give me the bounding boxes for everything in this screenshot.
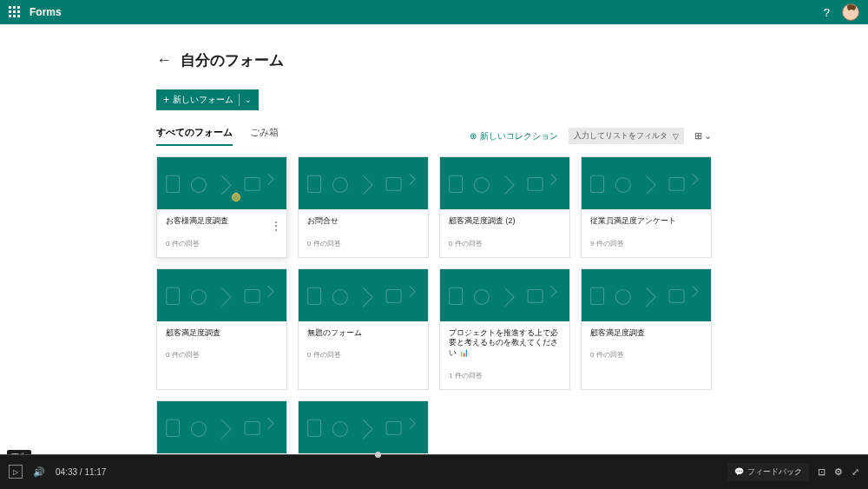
svg-point-16 <box>332 289 347 304</box>
progress-bar[interactable] <box>0 454 868 455</box>
form-card[interactable]: 顧客満足度調査 0 件の回答 <box>581 268 712 390</box>
svg-rect-14 <box>245 289 260 302</box>
main-content: ← 自分のフォーム + 新しいフォーム ⌄ すべてのフォーム ごみ箱 ⊕ 新しい… <box>0 24 868 454</box>
card-artwork <box>157 269 286 321</box>
card-title: 従業員満足度アンケート <box>590 216 702 227</box>
svg-rect-0 <box>167 175 180 192</box>
svg-rect-3 <box>308 175 321 192</box>
filter-input[interactable]: 入力してリストをフィルタ ▽ <box>569 128 684 144</box>
form-card[interactable]: プロジェクトを推進する上で必要と考えるものを教えてください 📊 1 件の回答 <box>439 268 570 390</box>
form-card[interactable]: 在宅タイムカード 7 件の回答 <box>156 400 287 454</box>
scrubber[interactable] <box>375 452 381 458</box>
card-response-count: 0 件の回答 <box>307 350 419 360</box>
play-button[interactable]: ▷ <box>9 465 23 479</box>
svg-rect-9 <box>591 175 604 192</box>
chat-icon: 💬 <box>734 467 744 476</box>
card-response-count: 0 件の回答 <box>449 239 561 248</box>
card-title: 無題のフォーム <box>307 328 419 339</box>
tab-trash[interactable]: ごみ箱 <box>250 126 279 146</box>
form-card[interactable]: 無題のフォーム 0 件の回答 <box>298 268 429 390</box>
svg-rect-20 <box>528 289 542 302</box>
svg-rect-21 <box>591 287 604 304</box>
card-response-count: 1 件の回答 <box>449 371 561 380</box>
app-header: Forms ? <box>0 0 868 24</box>
new-form-label: 新しいフォーム <box>173 94 233 106</box>
form-grid: お客様満足度調査 0 件の回答 ⋮ お問合せ 0 件の回答 顧客満足度調査 (2… <box>156 156 712 454</box>
svg-rect-18 <box>450 287 463 304</box>
svg-rect-27 <box>308 420 321 436</box>
card-title: 顧客満足度調査 <box>590 328 702 339</box>
svg-rect-11 <box>669 177 684 190</box>
form-card[interactable]: お問合せ 0 件の回答 <box>298 156 429 258</box>
new-collection-button[interactable]: ⊕ 新しいコレクション <box>470 130 558 142</box>
fullscreen-icon[interactable]: ⤢ <box>852 466 859 478</box>
svg-point-25 <box>191 421 206 436</box>
svg-rect-15 <box>308 287 321 304</box>
card-title: 顧客満足度調査 <box>166 328 278 339</box>
feedback-button[interactable]: 💬 フィードバック <box>727 463 809 481</box>
form-card[interactable]: キックオフ 日程調整 4 件の回答 <box>298 400 429 454</box>
card-artwork <box>299 269 428 321</box>
card-response-count: 0 件の回答 <box>166 239 278 248</box>
card-artwork <box>157 401 286 453</box>
card-artwork <box>157 157 286 209</box>
card-artwork <box>299 157 428 209</box>
plus-icon: + <box>163 94 169 106</box>
tab-all-forms[interactable]: すべてのフォーム <box>156 126 233 146</box>
card-response-count: 0 件の回答 <box>166 350 278 360</box>
svg-rect-23 <box>669 289 684 302</box>
card-artwork <box>440 269 569 321</box>
back-arrow-icon[interactable]: ← <box>156 51 172 69</box>
svg-rect-2 <box>245 177 260 190</box>
svg-rect-24 <box>167 420 180 436</box>
card-artwork <box>582 157 711 209</box>
new-form-button[interactable]: + 新しいフォーム ⌄ <box>156 89 259 110</box>
page-title: 自分のフォーム <box>181 50 284 70</box>
time-display: 04:33 / 11:17 <box>56 467 106 477</box>
more-icon[interactable]: ⋮ <box>271 220 281 232</box>
svg-rect-5 <box>386 177 401 190</box>
card-artwork <box>440 157 569 209</box>
volume-icon[interactable]: 🔊 <box>33 466 45 478</box>
filter-icon: ▽ <box>673 132 679 141</box>
card-response-count: 0 件の回答 <box>307 239 419 248</box>
card-artwork <box>299 401 428 453</box>
form-card[interactable]: 顧客満足度調査 0 件の回答 <box>156 268 287 390</box>
card-title: プロジェクトを推進する上で必要と考えるものを教えてください 📊 <box>449 328 561 359</box>
help-button[interactable]: ? <box>824 6 830 19</box>
card-response-count: 9 件の回答 <box>590 239 702 248</box>
chevron-down-icon: ⌄ <box>704 130 712 142</box>
svg-point-28 <box>332 421 347 436</box>
card-response-count: 0 件の回答 <box>590 350 702 360</box>
svg-point-10 <box>615 177 630 192</box>
svg-rect-17 <box>386 289 401 302</box>
collection-icon: ⊕ <box>470 131 477 141</box>
app-launcher-icon[interactable] <box>9 6 21 18</box>
svg-point-19 <box>474 289 489 304</box>
svg-rect-8 <box>528 177 542 190</box>
view-toggle[interactable]: ⊞ ⌄ <box>694 130 712 142</box>
avatar[interactable] <box>842 3 859 21</box>
video-bar: ▷ 🔊 04:33 / 11:17 💬 フィードバック ⊡ ⚙ ⤢ <box>0 454 868 489</box>
svg-rect-29 <box>386 421 401 434</box>
svg-point-1 <box>191 177 206 192</box>
captions-icon[interactable]: ⊡ <box>818 466 825 478</box>
svg-rect-26 <box>245 421 260 434</box>
card-title: お客様満足度調査 <box>166 216 278 227</box>
card-title: お問合せ <box>307 216 419 227</box>
svg-point-22 <box>615 289 630 304</box>
svg-rect-12 <box>167 287 180 304</box>
form-card[interactable]: 従業員満足度アンケート 9 件の回答 <box>581 156 712 258</box>
svg-point-4 <box>332 177 347 192</box>
grid-icon: ⊞ <box>694 130 702 142</box>
svg-point-13 <box>191 289 206 304</box>
svg-rect-6 <box>450 175 463 192</box>
form-card[interactable]: 顧客満足度調査 (2) 0 件の回答 <box>439 156 570 258</box>
chevron-down-icon[interactable]: ⌄ <box>245 96 252 104</box>
svg-point-7 <box>474 177 489 192</box>
settings-icon[interactable]: ⚙ <box>834 466 843 478</box>
card-artwork <box>582 269 711 321</box>
app-name: Forms <box>30 6 62 18</box>
form-card[interactable]: お客様満足度調査 0 件の回答 ⋮ <box>156 156 287 258</box>
card-title: 顧客満足度調査 (2) <box>449 216 561 227</box>
